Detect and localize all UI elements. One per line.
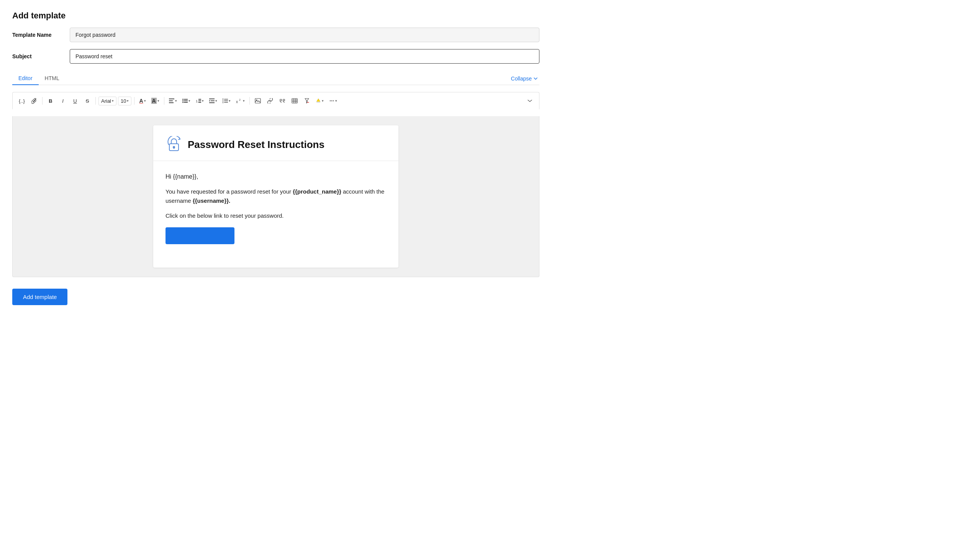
ordered-list-icon: 1. <box>196 99 201 103</box>
svg-text:2: 2 <box>239 99 241 101</box>
svg-text:x: x <box>236 100 238 103</box>
template-name-input[interactable] <box>70 28 539 42</box>
tab-html[interactable]: HTML <box>39 72 66 85</box>
separator-1 <box>42 97 43 105</box>
svg-rect-10 <box>198 99 201 100</box>
attachment-btn[interactable] <box>29 95 39 106</box>
svg-rect-35 <box>174 147 175 149</box>
more-options-btn[interactable]: ▾ <box>327 97 339 105</box>
lock-icon-wrapper <box>166 136 182 153</box>
editor-area[interactable]: Password Reset Instructions Hi {{name}},… <box>12 116 539 277</box>
svg-point-30 <box>330 100 331 101</box>
tabs-row: Editor HTML Collapse <box>12 72 539 85</box>
svg-point-7 <box>182 102 184 103</box>
font-size-select[interactable]: 10 ▾ <box>118 97 131 105</box>
svg-rect-29 <box>316 102 320 103</box>
svg-rect-15 <box>209 102 215 103</box>
subject-row: Subject <box>12 49 539 64</box>
bold-btn[interactable]: B <box>45 95 56 106</box>
svg-rect-8 <box>184 102 188 103</box>
underline-btn[interactable]: U <box>70 95 80 106</box>
svg-rect-4 <box>184 99 188 100</box>
add-template-button[interactable]: Add template <box>12 289 67 305</box>
indent-icon <box>209 99 215 103</box>
svg-rect-0 <box>169 99 174 99</box>
expand-icon <box>527 99 533 103</box>
tab-editor[interactable]: Editor <box>12 72 39 85</box>
highlight-icon <box>316 98 321 104</box>
svg-rect-2 <box>169 102 174 103</box>
svg-rect-21 <box>255 99 261 103</box>
email-cta-text: Click on the below link to reset your pa… <box>166 212 386 219</box>
paperclip-icon <box>31 98 37 104</box>
quote-btn[interactable] <box>277 95 288 106</box>
email-cta-btn-row <box>166 227 386 244</box>
tabs-left: Editor HTML <box>12 72 66 85</box>
email-greeting: Hi {{name}}, <box>166 173 386 180</box>
strikethrough-btn[interactable]: S <box>82 95 93 106</box>
svg-rect-12 <box>198 102 201 103</box>
unordered-list-btn[interactable]: ▾ <box>180 97 192 104</box>
email-paragraph: You have requested for a password reset … <box>166 187 386 205</box>
page-title: Add template <box>12 11 539 21</box>
clear-format-btn[interactable] <box>302 95 312 106</box>
line-height-icon <box>223 99 228 103</box>
email-cta-button[interactable] <box>166 227 234 244</box>
svg-point-32 <box>333 100 334 101</box>
font-family-select[interactable]: Arial ▾ <box>98 97 116 105</box>
clear-format-icon <box>304 98 310 104</box>
italic-btn[interactable]: I <box>57 95 68 106</box>
font-color-btn[interactable]: A ▾ <box>137 97 147 105</box>
align-icon <box>169 99 174 103</box>
unordered-list-icon <box>182 99 188 103</box>
svg-rect-1 <box>169 100 173 101</box>
font-size-chevron: ▾ <box>127 99 129 103</box>
bottom-bar: Add template <box>12 284 539 305</box>
svg-point-5 <box>182 100 184 102</box>
more-options-icon <box>329 98 334 104</box>
lock-reset-icon <box>166 136 182 153</box>
email-header: Password Reset Instructions <box>153 125 398 161</box>
svg-rect-6 <box>184 100 188 101</box>
table-icon <box>292 98 298 104</box>
page-container: Add template Template Name Subject Edito… <box>0 0 552 552</box>
superscript-btn[interactable]: x 2 ▾ <box>234 97 247 104</box>
svg-rect-13 <box>209 99 215 99</box>
separator-5 <box>249 97 250 105</box>
image-icon <box>255 98 261 104</box>
svg-rect-14 <box>211 100 215 101</box>
align-btn[interactable]: ▾ <box>167 97 179 104</box>
svg-rect-11 <box>198 100 201 101</box>
editor-toolbar: {..} B I U S Arial ▾ 10 ▾ A <box>12 92 539 109</box>
svg-point-31 <box>331 100 332 101</box>
chevron-down-icon <box>533 76 538 81</box>
superscript-icon: x 2 <box>236 99 242 103</box>
table-btn[interactable] <box>289 95 300 106</box>
expand-toolbar-btn[interactable] <box>524 95 535 106</box>
svg-point-3 <box>182 99 184 100</box>
image-btn[interactable] <box>252 95 263 106</box>
subject-input[interactable] <box>70 49 539 64</box>
indent-btn[interactable]: ▾ <box>207 97 219 104</box>
quote-icon <box>279 98 285 104</box>
collapse-button[interactable]: Collapse <box>511 76 539 82</box>
template-name-label: Template Name <box>12 32 70 38</box>
link-icon <box>267 98 273 104</box>
email-body: Hi {{name}}, You have requested for a pa… <box>153 161 398 255</box>
line-height-btn[interactable]: ▾ <box>221 97 233 104</box>
subject-label: Subject <box>12 53 70 59</box>
email-card: Password Reset Instructions Hi {{name}},… <box>153 125 398 268</box>
code-btn[interactable]: {..} <box>16 95 27 106</box>
font-family-chevron: ▾ <box>112 99 114 103</box>
svg-text:1.: 1. <box>196 99 199 103</box>
font-bg-btn[interactable]: A ▾ <box>149 97 161 105</box>
separator-3 <box>134 97 134 105</box>
link-btn[interactable] <box>265 95 275 106</box>
svg-rect-23 <box>292 99 297 103</box>
svg-rect-17 <box>224 100 228 101</box>
ordered-list-btn[interactable]: 1. ▾ <box>194 97 206 104</box>
separator-2 <box>95 97 96 105</box>
highlight-btn[interactable]: ▾ <box>314 97 326 105</box>
email-title: Password Reset Instructions <box>188 139 324 151</box>
svg-rect-18 <box>224 102 228 103</box>
